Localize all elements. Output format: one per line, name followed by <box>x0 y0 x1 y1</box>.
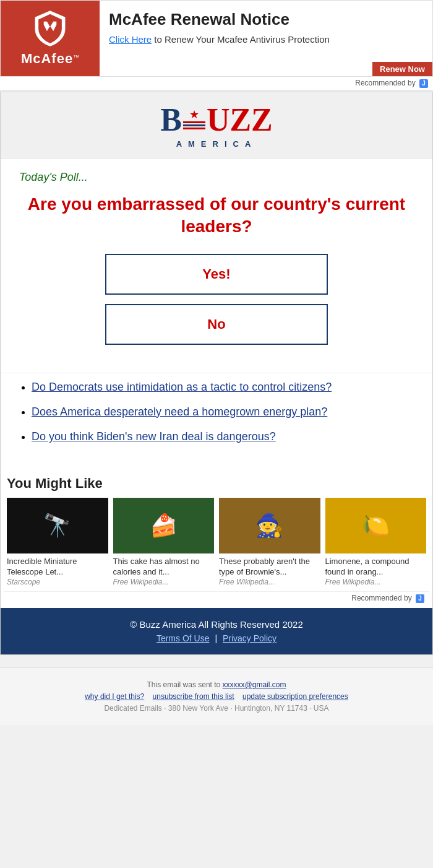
yml-source-2: Free Wikipedia... <box>219 578 320 586</box>
yml-image-3: 🍋 <box>325 498 427 553</box>
main-container: B ★ UZZ AMERICA Today's Poll... Are you … <box>0 92 433 655</box>
recommended-label: Recommended by <box>355 79 415 87</box>
yml-grid: 🔭 Incredible Miniature Telescope Let... … <box>4 498 429 586</box>
buzz-b-letter: B <box>160 102 182 138</box>
mcafee-body-text: to Renew Your Mcafee Antivirus Protectio… <box>152 34 330 45</box>
update-prefs-link[interactable]: update subscription preferences <box>242 692 348 701</box>
footer-links: Terms Of Use | Privacy Policy <box>10 633 423 643</box>
yml-source-3: Free Wikipedia... <box>325 578 427 586</box>
yml-item-1[interactable]: 🍰 This cake has almost no calories and i… <box>113 498 215 586</box>
j-badge-bottom: J <box>416 594 424 603</box>
email-sent-row: This email was sent to xxxxxx@gmail.com <box>12 680 421 689</box>
email-address-row: Dedicated Emails · 380 New York Ave · Hu… <box>12 704 421 713</box>
list-item: Do you think Biden's new Iran deal is da… <box>32 429 414 445</box>
yml-item-2[interactable]: 🧙 These probably aren't the type of Brow… <box>219 498 320 586</box>
yml-image-2: 🧙 <box>219 498 320 553</box>
poll-question: Are you embarrassed of our country's cur… <box>19 193 414 238</box>
privacy-policy-link[interactable]: Privacy Policy <box>223 633 277 643</box>
link-democrats[interactable]: Do Democrats use intimidation as a tacti… <box>32 381 332 393</box>
list-item: Do Democrats use intimidation as a tacti… <box>32 380 414 395</box>
yml-item-0[interactable]: 🔭 Incredible Miniature Telescope Let... … <box>7 498 108 586</box>
email-address-link[interactable]: xxxxxx@gmail.com <box>223 680 286 689</box>
yml-image-1: 🍰 <box>113 498 215 553</box>
yml-source-1: Free Wikipedia... <box>113 578 215 586</box>
recommended-label-bottom: Recommended by <box>351 594 411 602</box>
today-poll-label: Today's Poll... <box>19 171 414 184</box>
mcafee-logo-name: McAfee™ <box>21 51 79 67</box>
buzz-america-label: AMERICA <box>176 139 257 149</box>
yml-caption-3: Limonene, a compound found in orang... <box>325 557 427 578</box>
poll-section: Today's Poll... Are you embarrassed of o… <box>1 158 432 373</box>
mcafee-shield-icon <box>32 10 69 47</box>
yml-source-0: Starscope <box>7 578 108 586</box>
recommended-bar-top: Recommended by J <box>0 77 433 90</box>
mcafee-click-here-link[interactable]: Click Here <box>109 34 152 45</box>
yml-caption-0: Incredible Miniature Telescope Let... <box>7 557 108 578</box>
mcafee-logo-area: McAfee™ <box>1 1 100 76</box>
link-iran[interactable]: Do you think Biden's new Iran deal is da… <box>32 430 276 443</box>
yml-caption-1: This cake has almost no calories and it.… <box>113 557 215 578</box>
physical-address: Dedicated Emails · 380 New York Ave · Hu… <box>104 704 328 713</box>
footer-dark: © Buzz America All Rights Reserved 2022 … <box>1 608 432 654</box>
email-footer: This email was sent to xxxxxx@gmail.com … <box>0 667 433 725</box>
buzz-star: ★ <box>189 109 199 120</box>
you-might-like-section: You Might Like 🔭 Incredible Miniature Te… <box>1 466 432 608</box>
link-energy[interactable]: Does America desperately need a homegrow… <box>32 406 327 418</box>
mcafee-title: McAfee Renewal Notice <box>109 10 423 29</box>
footer-copyright: © Buzz America All Rights Reserved 2022 <box>10 619 423 630</box>
no-button[interactable]: No <box>105 304 328 345</box>
email-sent-text: This email was sent to <box>147 680 221 689</box>
why-link[interactable]: why did I get this? <box>85 692 144 701</box>
list-item: Does America desperately need a homegrow… <box>32 404 414 420</box>
buzz-header: B ★ UZZ AMERICA <box>1 92 432 158</box>
buzz-uzz-letters: UZZ <box>207 102 273 138</box>
footer-separator: | <box>215 633 217 643</box>
mcafee-banner: McAfee™ McAfee Renewal Notice Click Here… <box>0 0 433 77</box>
yml-item-3[interactable]: 🍋 Limonene, a compound found in orang...… <box>325 498 427 586</box>
recommended-bar-bottom: Recommended by J <box>4 591 429 605</box>
links-section: Do Democrats use intimidation as a tacti… <box>1 373 432 467</box>
yml-image-0: 🔭 <box>7 498 108 553</box>
buzz-logo: B ★ UZZ AMERICA <box>10 102 423 149</box>
you-might-like-title: You Might Like <box>4 475 429 492</box>
j-badge: J <box>419 79 428 88</box>
terms-of-use-link[interactable]: Terms Of Use <box>156 633 210 643</box>
yml-caption-2: These probably aren't the type of Browni… <box>219 557 320 578</box>
unsubscribe-link[interactable]: unsubscribe from this list <box>153 692 234 701</box>
email-options-row: why did I get this? unsubscribe from thi… <box>12 692 421 701</box>
yes-button[interactable]: Yes! <box>105 254 328 295</box>
mcafee-body: Click Here to Renew Your Mcafee Antiviru… <box>109 34 423 45</box>
links-list: Do Democrats use intimidation as a tacti… <box>19 380 414 445</box>
renew-now-button[interactable]: Renew Now <box>372 62 432 76</box>
